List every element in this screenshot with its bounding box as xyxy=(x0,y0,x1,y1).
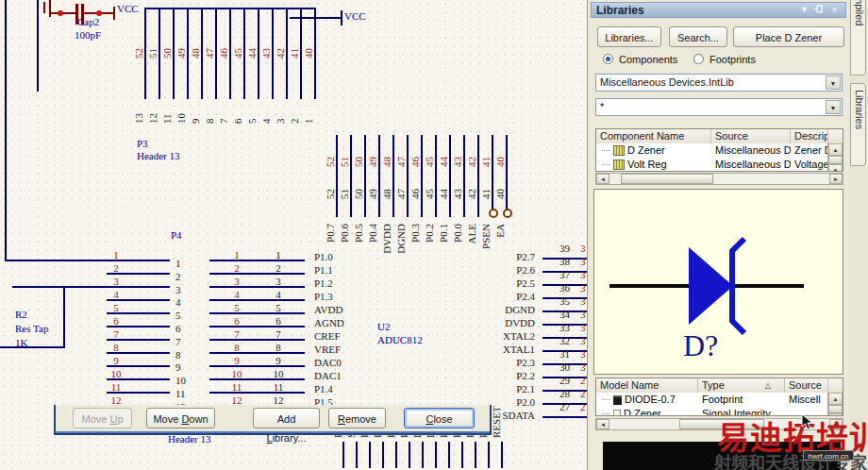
wire-segment xyxy=(187,8,189,99)
wire-segment xyxy=(314,8,316,99)
column-header[interactable]: Type△ xyxy=(698,378,785,393)
u2-pin-name: P0.4 xyxy=(367,224,378,267)
net-label: 2 xyxy=(226,262,247,274)
u2-pin-name: P1.0 xyxy=(314,251,333,262)
dropdown-arrow-icon[interactable]: ▼ xyxy=(826,76,841,90)
p4-pin-number: 6 xyxy=(175,323,181,334)
vcc-power-label: VCC xyxy=(117,3,139,14)
hscroll-thumb[interactable] xyxy=(621,174,713,184)
component-table[interactable]: Component NameSourceDescripD ZenerMiscel… xyxy=(595,128,843,172)
wire-segment xyxy=(356,442,358,468)
scroll-left-icon[interactable]: ◄ xyxy=(596,419,609,429)
u2-pin-number: 31 xyxy=(545,348,570,360)
component-icon xyxy=(613,145,625,156)
pin-icon[interactable] xyxy=(812,4,825,16)
u2-pin-number: 32 xyxy=(545,335,570,346)
u2-pin-number: 40 xyxy=(494,178,506,199)
scroll-left-icon[interactable]: ◄ xyxy=(596,174,609,184)
u2-pin-number: 4 xyxy=(268,289,289,300)
tab-compiled[interactable]: Compiled xyxy=(850,0,866,76)
p3-comment: Header 13 xyxy=(137,150,180,161)
scroll-up-icon[interactable]: ▲ xyxy=(828,393,843,405)
power-port-bar xyxy=(341,10,342,25)
net-label: 10 xyxy=(226,368,247,379)
u2-pin-number: 11 xyxy=(268,381,289,393)
remove-button[interactable]: Remove xyxy=(328,408,386,428)
table-row[interactable]: DIODE-0.7FootprintMiscell xyxy=(596,393,843,407)
p4-designator: P4 xyxy=(171,229,182,241)
wire-segment xyxy=(422,442,424,468)
tab-libraries[interactable]: Libraries xyxy=(850,83,866,166)
net-label-clipped: 3 xyxy=(580,309,587,320)
p3-pin-number: 11 xyxy=(161,103,173,124)
place-component-button[interactable]: Place D Zener xyxy=(733,26,844,47)
table-cell: Volt Reg xyxy=(596,158,711,172)
net-label-clipped: 2 xyxy=(580,401,587,412)
column-header[interactable]: Descrip xyxy=(791,129,828,143)
net-label: 45 xyxy=(232,34,243,59)
close-icon[interactable]: × xyxy=(828,4,841,16)
net-label: 11 xyxy=(106,381,126,393)
net-label-clipped: 3 xyxy=(580,243,587,254)
column-header[interactable]: Model Name xyxy=(596,378,698,393)
wire-segment xyxy=(407,135,409,217)
wire-segment xyxy=(506,135,508,217)
net-label: 9 xyxy=(226,355,247,366)
move-up-button[interactable]: Move Up xyxy=(73,408,132,428)
column-header[interactable]: Source xyxy=(785,378,828,393)
wire-segment xyxy=(392,135,394,217)
active-low-bubble xyxy=(489,209,498,218)
u2-pin-number: 30 xyxy=(545,361,570,373)
net-label: 45 xyxy=(424,144,435,167)
vscroll-thumb[interactable] xyxy=(828,156,843,164)
net-label: 48 xyxy=(190,34,201,59)
dropdown-arrow-icon[interactable]: ▼ xyxy=(826,100,841,114)
filter-dropdown[interactable]: * ▼ xyxy=(595,98,843,116)
u2-pin-number: 36 xyxy=(545,282,570,294)
table-vscrollbar[interactable]: ▲▼ xyxy=(827,143,843,172)
battery-bar xyxy=(49,0,51,17)
footprints-radio[interactable] xyxy=(693,54,704,64)
net-label-clipped: 3 xyxy=(580,348,587,360)
u2-pin-number: 5 xyxy=(268,302,289,313)
libraries-button[interactable]: Libraries... xyxy=(597,26,661,47)
wire-segment xyxy=(492,135,493,217)
component-icon xyxy=(613,395,622,405)
libraries-panel: Libraries ▼ × Libraries... Search... Pla… xyxy=(587,0,849,470)
table-row[interactable]: Volt RegMiscellaneous DVoltage xyxy=(596,158,843,172)
add-library-button[interactable]: Add Library... xyxy=(253,408,320,428)
vcc-power-label: VCC xyxy=(344,10,366,22)
move-down-button[interactable]: Move Down xyxy=(146,408,215,428)
search-button[interactable]: Search... xyxy=(669,26,727,47)
panel-title-bar[interactable]: Libraries ▼ × xyxy=(591,2,846,18)
scroll-up-icon[interactable]: ▲ xyxy=(828,143,843,156)
net-label: 42 xyxy=(275,34,286,59)
table-row[interactable]: D ZenerMiscellaneous DZener D xyxy=(596,143,843,158)
r2-value: 1K xyxy=(15,337,27,348)
u2-pin-number: 8 xyxy=(268,342,289,353)
component-table-hscrollbar[interactable]: ◄ ► xyxy=(595,173,843,185)
scroll-right-icon[interactable]: ► xyxy=(829,174,843,184)
u2-pin-number: 10 xyxy=(268,368,289,379)
u2-pin-name: DGND xyxy=(434,304,535,315)
table-header-row: Component NameSourceDescrip xyxy=(596,129,843,143)
component-preview: D? xyxy=(593,189,843,375)
available-libraries-dialog: Move UpMove DownAdd Library...RemoveClos… xyxy=(54,405,492,435)
schematic-canvas[interactable]: VCCCap2100pF5213511250114910489478467456… xyxy=(0,0,587,470)
model-table[interactable]: Model NameType△SourceDIODE-0.7FootprintM… xyxy=(595,378,843,416)
library-dropdown[interactable]: Miscellaneous Devices.IntLib ▼ xyxy=(595,74,843,92)
close-button[interactable]: Close xyxy=(404,408,475,428)
table-cell: Miscellaneous D xyxy=(711,158,791,172)
wire-segment xyxy=(542,416,587,418)
p3-pin-number: 13 xyxy=(133,103,144,124)
net-label: 4 xyxy=(226,289,247,300)
column-header[interactable]: Source xyxy=(711,129,791,143)
chevron-down-icon[interactable]: ▼ xyxy=(798,4,810,16)
filter-dropdown-value: * xyxy=(600,101,604,112)
components-radio[interactable] xyxy=(603,54,613,64)
u2-pin-name: P2.5 xyxy=(434,277,535,289)
wire-segment xyxy=(272,8,274,99)
scroll-down-icon[interactable]: ▼ xyxy=(828,164,843,172)
column-header[interactable]: Component Name xyxy=(596,129,711,143)
net-label: 41 xyxy=(289,34,300,59)
